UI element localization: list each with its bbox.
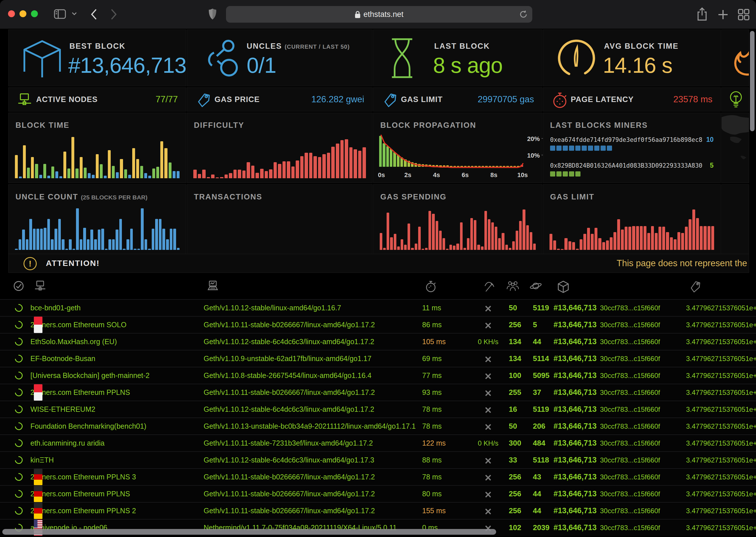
table-row[interactable]: eth.icanmining.ru aridia Geth/v1.10.11-s… xyxy=(0,434,756,451)
node-total-difficulty: 3.477962715376051e+2 xyxy=(686,452,756,468)
difficulty-tag-icon[interactable] xyxy=(689,280,701,293)
attention-marquee: This page does not represent the xyxy=(617,254,747,272)
chart-bar xyxy=(108,150,111,178)
node-peers: 50 xyxy=(509,300,517,316)
propagation-y-20: 20% xyxy=(524,135,540,143)
chart-bar xyxy=(265,171,268,178)
chart-bar xyxy=(291,166,295,178)
chart-bar xyxy=(572,242,575,250)
chart-bar xyxy=(692,209,695,250)
hourglass-icon xyxy=(388,38,416,78)
chart-bar xyxy=(260,169,264,178)
chevron-down-icon[interactable] xyxy=(72,12,77,16)
table-row[interactable]: EF-Bootnode-Busan Geth/v1.10.9-unstable-… xyxy=(0,350,756,367)
mined-block-square xyxy=(569,171,574,177)
chart-bar xyxy=(662,227,665,250)
miner-address[interactable]: 0x829BD824B016326A401d083B33D092293333A8… xyxy=(550,162,702,169)
shield-icon[interactable] xyxy=(208,8,217,20)
chart-bar xyxy=(477,245,480,250)
price-tag-icon xyxy=(196,92,211,108)
chart-bar xyxy=(621,229,624,250)
horizontal-scrollbar[interactable] xyxy=(2,529,496,535)
chart-bar xyxy=(193,170,197,178)
chart-bar xyxy=(655,233,658,250)
table-row[interactable]: 2Miners.com Ethereum SOLO Geth/v1.10.11-… xyxy=(0,316,756,333)
node-status-icon xyxy=(13,454,24,465)
gas-limit-stat: GAS LIMIT 29970705 gas xyxy=(373,87,542,111)
chart-bar xyxy=(354,237,357,250)
table-row[interactable]: WISE-ETHEREUM2 Geth/v1.10.12-stable-6c4d… xyxy=(0,401,756,418)
page-latency-value: 23578 ms xyxy=(673,88,712,111)
back-icon[interactable] xyxy=(91,9,97,20)
node-last-block: #13,646,713 xyxy=(554,435,597,451)
chart-bar xyxy=(255,224,258,250)
table-row[interactable]: kinΞTH Geth/v1.10.12-stable-6c4dc6c3/lin… xyxy=(0,451,756,468)
table-row[interactable]: Foundation Benchmarking(bench01) Geth/v1… xyxy=(0,418,756,434)
reload-icon[interactable] xyxy=(519,10,528,19)
node-pending: 5119 xyxy=(533,300,549,316)
chart-bar xyxy=(380,233,382,250)
table-row[interactable]: [Universa Blockchain] geth-mainnet-2 Get… xyxy=(0,367,756,384)
chart-bar xyxy=(363,238,366,250)
propagation-curve xyxy=(379,131,523,171)
table-row[interactable]: 2Miners.com Ethereum PPLNS Geth/v1.10.11… xyxy=(0,384,756,401)
chart-bar xyxy=(491,222,494,250)
address-bar[interactable]: ethstats.net xyxy=(226,6,532,22)
table-row[interactable]: 2Miners.com Ethereum PPLNS 2 Geth/v1.10.… xyxy=(0,502,756,519)
chart-bar xyxy=(358,151,362,178)
node-last-block: #13,646,713 xyxy=(554,367,597,384)
status-check-icon[interactable] xyxy=(13,280,24,291)
last-block-cube-icon[interactable] xyxy=(557,280,569,293)
page-latency-stat: PAGE LATENCY 23578 ms xyxy=(543,87,721,111)
peers-icon[interactable] xyxy=(507,280,519,291)
pending-planet-icon[interactable] xyxy=(529,280,542,291)
chart-bar xyxy=(550,234,553,250)
sidebar-icon[interactable] xyxy=(54,9,66,19)
chart-bar xyxy=(318,157,322,178)
chart-bar xyxy=(602,242,605,250)
table-row[interactable]: EthSolo.MaxHash.org (EU) Geth/v1.10.12-s… xyxy=(0,333,756,350)
miner-address[interactable]: 0xea674fdde714fd979de3edf0f56aa9716b898e… xyxy=(550,136,702,143)
chart-bar xyxy=(644,226,646,250)
share-icon[interactable] xyxy=(696,8,708,21)
cube-icon xyxy=(21,39,64,77)
gas-spending-title: GAS SPENDING xyxy=(380,192,447,201)
table-row[interactable]: 2Miners.com Ethereum PPLNS Geth/v1.10.11… xyxy=(0,485,756,502)
node-block-hash: 30ccf783...c15f660f xyxy=(600,401,660,418)
new-tab-icon[interactable] xyxy=(718,9,729,20)
last-block-label: LAST BLOCK xyxy=(434,42,490,51)
node-block-hash: 30ccf783...c15f660f xyxy=(600,469,660,485)
node-latency: 86 ms xyxy=(422,317,442,333)
mining-pickaxe-icon[interactable] xyxy=(483,280,495,293)
chart-bar xyxy=(166,239,169,250)
tab-overview-icon[interactable] xyxy=(738,9,750,21)
chart-bar xyxy=(340,140,344,178)
chart-bar xyxy=(301,214,304,250)
gas-limit-chart-title: GAS LIMIT xyxy=(550,192,595,201)
axis-label: 8s xyxy=(490,171,497,179)
chart-bar xyxy=(64,151,66,178)
chart-bar xyxy=(363,147,366,178)
forward-icon[interactable] xyxy=(111,9,117,20)
chart-bar xyxy=(309,153,313,178)
latency-stopwatch-icon[interactable] xyxy=(425,280,436,293)
chart-bar xyxy=(564,238,567,250)
url-text: ethstats.net xyxy=(363,10,404,19)
chart-bar xyxy=(711,226,714,250)
vertical-scrollbar[interactable] xyxy=(750,31,755,131)
table-row[interactable]: bce-bnd01-geth Geth/v1.10.12-stable/linu… xyxy=(0,299,756,316)
close-window-button[interactable] xyxy=(8,10,15,17)
client-version-icon[interactable] xyxy=(207,280,219,292)
gas-limit-chart-panel: GAS LIMIT xyxy=(543,184,721,255)
chart-bar xyxy=(210,231,213,250)
chart-bar xyxy=(474,220,476,250)
chart-bar xyxy=(206,241,208,250)
node-monitor-icon[interactable] xyxy=(34,280,46,292)
chart-bar xyxy=(235,225,238,250)
zoom-window-button[interactable] xyxy=(31,10,38,17)
chart-bar xyxy=(169,162,171,178)
node-client-version: Geth/v1.10.11-stable-b0266667/linux-amd6… xyxy=(203,469,375,485)
table-row[interactable]: 2Miners.com Ethereum PPLNS 3 Geth/v1.10.… xyxy=(0,468,756,485)
mined-block-square xyxy=(575,145,580,151)
minimize-window-button[interactable] xyxy=(20,10,26,17)
